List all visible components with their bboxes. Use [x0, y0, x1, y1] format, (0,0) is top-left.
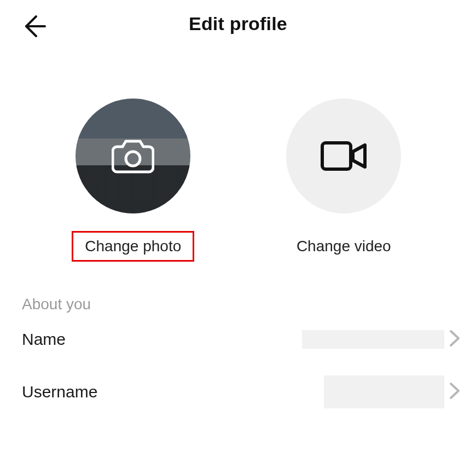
camera-icon [112, 137, 154, 175]
chevron-right-icon [449, 382, 461, 402]
svg-marker-3 [353, 145, 365, 167]
header-bar: Edit profile [0, 0, 476, 48]
username-row[interactable]: Username [0, 366, 476, 418]
media-row: Change photo Change video [0, 99, 476, 262]
name-row-right [302, 329, 461, 350]
svg-rect-2 [322, 143, 351, 169]
change-photo-column: Change photo [72, 99, 194, 262]
username-label: Username [22, 383, 97, 401]
name-label: Name [22, 330, 66, 349]
username-row-right [324, 375, 461, 408]
change-video-column: Change video [283, 99, 404, 262]
profile-photo-circle[interactable] [76, 99, 190, 213]
name-row[interactable]: Name [0, 313, 476, 366]
profile-video-circle[interactable] [286, 99, 401, 213]
edit-profile-screen: Edit profile Change photo Change video [0, 0, 476, 468]
svg-point-1 [126, 152, 140, 166]
username-value-redacted [324, 375, 444, 408]
video-icon [320, 140, 367, 172]
chevron-right-icon [449, 329, 461, 350]
change-video-button[interactable]: Change video [283, 231, 404, 262]
about-you-heading: About you [22, 296, 476, 313]
page-title: Edit profile [0, 13, 476, 34]
name-value-redacted [302, 330, 444, 349]
change-photo-button[interactable]: Change photo [72, 231, 194, 262]
